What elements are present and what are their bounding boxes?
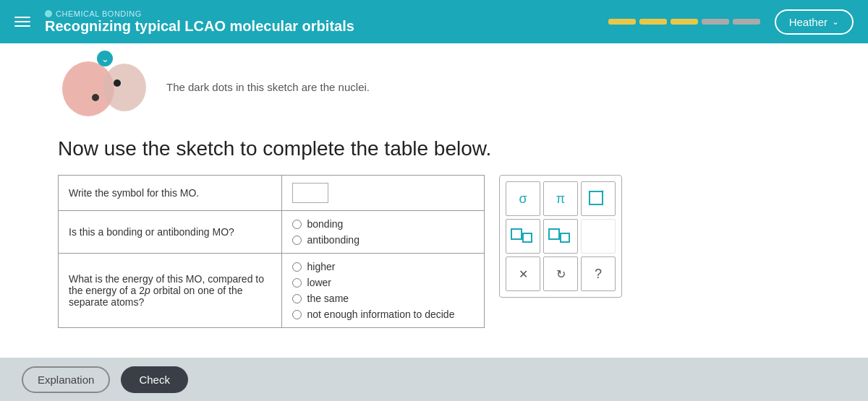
table-row: Is this a bonding or antibonding MO? bon… [59,211,485,254]
page-title: Recognizing typical LCAO molecular orbit… [45,18,594,35]
radio-lower[interactable]: lower [292,277,474,288]
sigma-button[interactable]: σ [506,181,540,216]
radio-antibonding-input[interactable] [292,236,302,245]
radio-higher-input[interactable] [292,262,302,272]
answer-cell-2: bonding antibonding [281,211,484,254]
progress-seg-4 [702,19,729,25]
svg-text:*: * [601,189,604,197]
symbol-panel: σ π * [499,175,622,298]
symbol-input[interactable] [292,183,328,203]
svg-point-3 [114,79,121,87]
header: CHEMICAL BONDING Recognizing typical LCA… [0,0,868,43]
subscript-right-button[interactable] [543,219,578,254]
table-panel-row: Write the symbol for this MO. Is this a … [58,175,810,342]
clear-button[interactable]: ✕ [506,256,540,291]
menu-button[interactable] [14,17,30,27]
progress-seg-3 [671,19,698,25]
answer-cell-3: higher lower the same [281,254,484,328]
explanation-button[interactable]: Explanation [22,366,110,393]
subscript-left-button[interactable] [506,219,540,254]
radio-same[interactable]: the same [292,293,474,304]
topic-label: CHEMICAL BONDING [45,9,594,18]
atom-sketch-area: ⌄ The dark dots in this sketch are the n… [58,43,810,126]
svg-point-2 [103,64,146,111]
header-title-group: CHEMICAL BONDING Recognizing typical LCA… [45,9,594,35]
question-cell-1: Write the symbol for this MO. [59,176,282,211]
energy-radio-group: higher lower the same [292,261,474,320]
progress-seg-2 [639,19,667,25]
progress-seg-1 [608,19,636,25]
atom-container: ⌄ [58,54,152,119]
question-table: Write the symbol for this MO. Is this a … [58,175,485,328]
main-content: ⌄ The dark dots in this sketch are the n… [0,43,868,358]
radio-bonding-input[interactable] [292,220,302,229]
sketch-description: The dark dots in this sketch are the nuc… [166,81,370,93]
radio-antibonding[interactable]: antibonding [292,234,474,246]
svg-rect-6 [511,229,522,239]
question-cell-3: What is the energy of this MO, compared … [59,254,282,328]
radio-same-input[interactable] [292,294,302,303]
check-button[interactable]: Check [121,366,188,393]
radio-not-enough-input[interactable] [292,310,302,319]
radio-not-enough[interactable]: not enough information to decide [292,309,474,320]
help-button[interactable]: ? [581,256,616,291]
chevron-badge: ⌄ [97,51,113,66]
table-row: Write the symbol for this MO. [59,176,485,211]
bonding-radio-group: bonding antibonding [292,218,474,246]
progress-bar [608,19,760,25]
pi-button[interactable]: π [543,181,578,216]
user-name: Heather [789,16,827,28]
svg-rect-8 [549,229,559,239]
footer-bar: Explanation Check [0,358,868,401]
empty-button[interactable] [581,219,616,254]
undo-button[interactable]: ↻ [543,256,578,291]
user-menu-button[interactable]: Heather ⌄ [775,9,854,35]
svg-rect-7 [523,233,532,242]
svg-point-1 [92,94,99,101]
progress-seg-5 [733,19,760,25]
question-cell-2: Is this a bonding or antibonding MO? [59,211,282,254]
chevron-down-icon: ⌄ [832,17,839,27]
radio-bonding[interactable]: bonding [292,218,474,230]
answer-cell-1[interactable] [281,176,484,211]
radio-lower-input[interactable] [292,278,302,288]
instruction-text: Now use the sketch to complete the table… [58,126,810,175]
svg-rect-9 [561,233,569,242]
table-row: What is the energy of this MO, compared … [59,254,485,328]
radio-higher[interactable]: higher [292,261,474,272]
star-button[interactable]: * [581,181,616,216]
